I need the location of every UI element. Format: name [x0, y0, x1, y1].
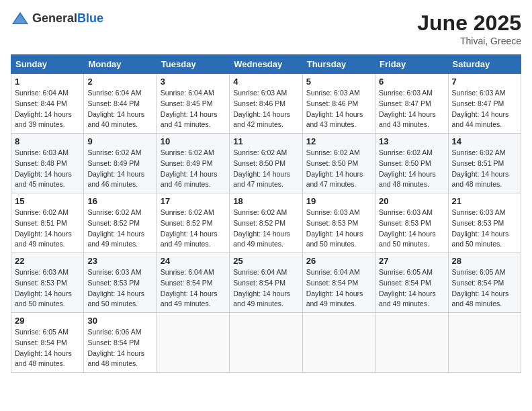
calendar-day-cell: 26 Sunrise: 6:04 AMSunset: 8:54 PMDaylig… — [302, 253, 375, 313]
day-info: Sunrise: 6:03 AMSunset: 8:53 PMDaylight:… — [87, 268, 144, 308]
calendar-day-cell: 5 Sunrise: 6:03 AMSunset: 8:46 PMDayligh… — [302, 74, 375, 134]
calendar-header-row: Sunday Monday Tuesday Wednesday Thursday… — [11, 55, 521, 74]
day-info: Sunrise: 6:02 AMSunset: 8:49 PMDaylight:… — [87, 148, 144, 188]
day-info: Sunrise: 6:04 AMSunset: 8:45 PMDaylight:… — [161, 89, 218, 128]
calendar-day-cell: 30 Sunrise: 6:06 AMSunset: 8:54 PMDaylig… — [84, 313, 157, 373]
page-header: GeneralBlue June 2025 Thivai, Greece — [11, 11, 521, 46]
calendar-day-cell: 28 Sunrise: 6:05 AMSunset: 8:54 PMDaylig… — [448, 253, 521, 313]
day-info: Sunrise: 6:04 AMSunset: 8:54 PMDaylight:… — [233, 268, 290, 308]
day-number: 23 — [87, 256, 152, 266]
day-number: 29 — [15, 316, 80, 326]
day-number: 1 — [15, 77, 80, 87]
logo-text: GeneralBlue — [32, 11, 103, 26]
day-number: 27 — [379, 256, 444, 266]
day-info: Sunrise: 6:03 AMSunset: 8:53 PMDaylight:… — [452, 208, 509, 248]
calendar-day-cell: 15 Sunrise: 6:02 AMSunset: 8:51 PMDaylig… — [11, 193, 84, 253]
col-monday: Monday — [84, 55, 157, 74]
calendar-day-cell: 23 Sunrise: 6:03 AMSunset: 8:53 PMDaylig… — [84, 253, 157, 313]
day-number: 9 — [87, 136, 152, 146]
day-info: Sunrise: 6:03 AMSunset: 8:48 PMDaylight:… — [15, 148, 72, 188]
day-number: 16 — [87, 196, 152, 206]
calendar-day-cell: 14 Sunrise: 6:02 AMSunset: 8:51 PMDaylig… — [448, 134, 521, 193]
calendar-week-row: 15 Sunrise: 6:02 AMSunset: 8:51 PMDaylig… — [11, 193, 521, 253]
day-info: Sunrise: 6:04 AMSunset: 8:54 PMDaylight:… — [306, 268, 363, 308]
day-number: 19 — [306, 196, 371, 206]
calendar-week-row: 22 Sunrise: 6:03 AMSunset: 8:53 PMDaylig… — [11, 253, 521, 313]
day-number: 28 — [452, 256, 517, 266]
svg-marker-1 — [13, 14, 27, 24]
day-info: Sunrise: 6:02 AMSunset: 8:50 PMDaylight:… — [233, 148, 290, 188]
logo-blue: Blue — [77, 11, 103, 25]
title-block: June 2025 Thivai, Greece — [417, 11, 521, 46]
day-number: 17 — [161, 196, 226, 206]
calendar-day-cell — [375, 313, 448, 373]
day-info: Sunrise: 6:02 AMSunset: 8:51 PMDaylight:… — [15, 208, 72, 248]
month-title: June 2025 — [417, 11, 521, 36]
calendar-day-cell: 2 Sunrise: 6:04 AMSunset: 8:44 PMDayligh… — [84, 74, 157, 134]
day-number: 18 — [233, 196, 298, 206]
calendar-day-cell: 3 Sunrise: 6:04 AMSunset: 8:45 PMDayligh… — [157, 74, 229, 134]
day-info: Sunrise: 6:04 AMSunset: 8:44 PMDaylight:… — [15, 89, 72, 128]
calendar-table: Sunday Monday Tuesday Wednesday Thursday… — [11, 54, 521, 373]
calendar-day-cell — [157, 313, 229, 373]
day-number: 12 — [306, 136, 371, 146]
logo-icon — [11, 11, 30, 26]
day-info: Sunrise: 6:02 AMSunset: 8:52 PMDaylight:… — [233, 208, 290, 248]
col-tuesday: Tuesday — [157, 55, 229, 74]
calendar-day-cell: 8 Sunrise: 6:03 AMSunset: 8:48 PMDayligh… — [11, 134, 84, 193]
day-number: 4 — [233, 77, 298, 87]
col-sunday: Sunday — [11, 55, 84, 74]
calendar-day-cell: 10 Sunrise: 6:02 AMSunset: 8:49 PMDaylig… — [157, 134, 229, 193]
day-number: 13 — [379, 136, 444, 146]
day-info: Sunrise: 6:02 AMSunset: 8:52 PMDaylight:… — [161, 208, 218, 248]
calendar-day-cell — [448, 313, 521, 373]
day-info: Sunrise: 6:05 AMSunset: 8:54 PMDaylight:… — [15, 328, 72, 367]
day-info: Sunrise: 6:02 AMSunset: 8:51 PMDaylight:… — [452, 148, 509, 188]
calendar-week-row: 8 Sunrise: 6:03 AMSunset: 8:48 PMDayligh… — [11, 134, 521, 193]
calendar-day-cell: 18 Sunrise: 6:02 AMSunset: 8:52 PMDaylig… — [230, 193, 302, 253]
day-info: Sunrise: 6:03 AMSunset: 8:47 PMDaylight:… — [452, 89, 509, 128]
day-number: 10 — [161, 136, 226, 146]
calendar-day-cell: 17 Sunrise: 6:02 AMSunset: 8:52 PMDaylig… — [157, 193, 229, 253]
calendar-day-cell: 27 Sunrise: 6:05 AMSunset: 8:54 PMDaylig… — [375, 253, 448, 313]
day-info: Sunrise: 6:02 AMSunset: 8:50 PMDaylight:… — [379, 148, 436, 188]
day-info: Sunrise: 6:03 AMSunset: 8:46 PMDaylight:… — [306, 89, 363, 128]
calendar-day-cell — [302, 313, 375, 373]
calendar-day-cell: 22 Sunrise: 6:03 AMSunset: 8:53 PMDaylig… — [11, 253, 84, 313]
day-number: 24 — [161, 256, 226, 266]
day-number: 11 — [233, 136, 298, 146]
col-saturday: Saturday — [448, 55, 521, 74]
day-info: Sunrise: 6:03 AMSunset: 8:53 PMDaylight:… — [379, 208, 436, 248]
day-info: Sunrise: 6:05 AMSunset: 8:54 PMDaylight:… — [379, 268, 436, 308]
day-info: Sunrise: 6:05 AMSunset: 8:54 PMDaylight:… — [452, 268, 509, 308]
logo: GeneralBlue — [11, 11, 103, 26]
calendar-day-cell: 24 Sunrise: 6:04 AMSunset: 8:54 PMDaylig… — [157, 253, 229, 313]
calendar-day-cell: 19 Sunrise: 6:03 AMSunset: 8:53 PMDaylig… — [302, 193, 375, 253]
col-wednesday: Wednesday — [230, 55, 302, 74]
calendar-day-cell: 11 Sunrise: 6:02 AMSunset: 8:50 PMDaylig… — [230, 134, 302, 193]
calendar-day-cell: 6 Sunrise: 6:03 AMSunset: 8:47 PMDayligh… — [375, 74, 448, 134]
day-info: Sunrise: 6:04 AMSunset: 8:54 PMDaylight:… — [161, 268, 218, 308]
calendar-day-cell: 9 Sunrise: 6:02 AMSunset: 8:49 PMDayligh… — [84, 134, 157, 193]
day-number: 22 — [15, 256, 80, 266]
calendar-week-row: 1 Sunrise: 6:04 AMSunset: 8:44 PMDayligh… — [11, 74, 521, 134]
day-number: 14 — [452, 136, 517, 146]
day-number: 5 — [306, 77, 371, 87]
calendar-day-cell: 4 Sunrise: 6:03 AMSunset: 8:46 PMDayligh… — [230, 74, 302, 134]
calendar-day-cell — [230, 313, 302, 373]
day-number: 20 — [379, 196, 444, 206]
day-number: 6 — [379, 77, 444, 87]
day-info: Sunrise: 6:02 AMSunset: 8:50 PMDaylight:… — [306, 148, 363, 188]
col-thursday: Thursday — [302, 55, 375, 74]
day-number: 3 — [161, 77, 226, 87]
day-info: Sunrise: 6:04 AMSunset: 8:44 PMDaylight:… — [87, 89, 144, 128]
calendar-day-cell: 20 Sunrise: 6:03 AMSunset: 8:53 PMDaylig… — [375, 193, 448, 253]
calendar-day-cell: 7 Sunrise: 6:03 AMSunset: 8:47 PMDayligh… — [448, 74, 521, 134]
day-number: 15 — [15, 196, 80, 206]
day-info: Sunrise: 6:02 AMSunset: 8:49 PMDaylight:… — [161, 148, 218, 188]
location: Thivai, Greece — [417, 36, 521, 46]
calendar-day-cell: 21 Sunrise: 6:03 AMSunset: 8:53 PMDaylig… — [448, 193, 521, 253]
calendar-day-cell: 25 Sunrise: 6:04 AMSunset: 8:54 PMDaylig… — [230, 253, 302, 313]
day-number: 26 — [306, 256, 371, 266]
col-friday: Friday — [375, 55, 448, 74]
